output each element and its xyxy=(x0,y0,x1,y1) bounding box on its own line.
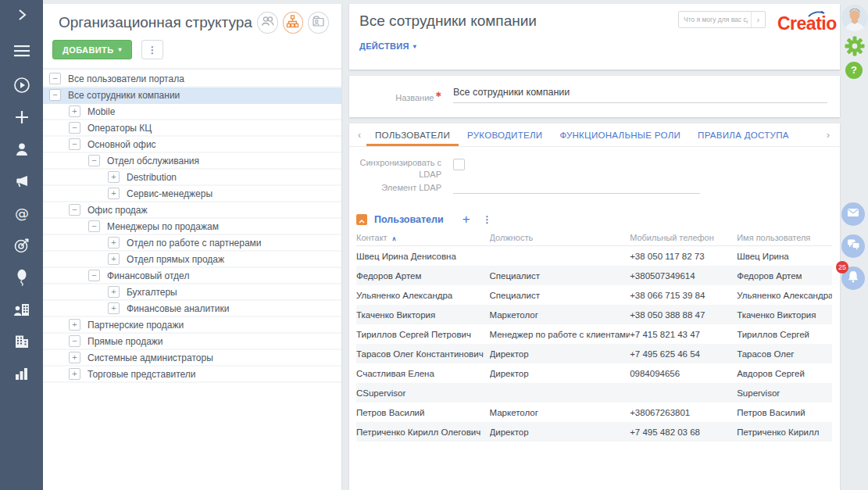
table-row[interactable]: Петриченко Кирилл ОлеговичДиректор+7 495… xyxy=(356,422,832,442)
settings-button[interactable] xyxy=(845,36,865,59)
tree-item[interactable]: +Destribution xyxy=(43,170,341,186)
collapse-toggle-icon[interactable]: − xyxy=(69,335,80,347)
tabs-scroll-right-button[interactable]: › xyxy=(821,123,835,146)
table-cell: Федоров Артем xyxy=(356,271,490,281)
sidebar-item-contacts[interactable] xyxy=(0,139,43,161)
envelope-icon xyxy=(847,206,859,222)
tree-item[interactable]: −Операторы КЦ xyxy=(43,120,341,137)
sidebar-item-events[interactable] xyxy=(0,267,43,289)
expand-toggle-icon[interactable]: + xyxy=(108,171,120,183)
column-header[interactable]: Мобильный телефон xyxy=(630,233,737,245)
user-avatar[interactable] xyxy=(841,5,868,31)
column-header[interactable]: Должность xyxy=(490,233,630,245)
table-row[interactable]: Швец Ирина Денисовна+38 050 117 82 73Шве… xyxy=(356,246,832,266)
ldap-element-input[interactable] xyxy=(453,181,700,194)
tree-item[interactable]: −Офис продаж xyxy=(43,202,341,219)
table-row[interactable]: Тириллов Сергей ПетровичМенеджер по рабо… xyxy=(356,324,832,344)
tree-item[interactable]: −Финансовый отдел xyxy=(43,268,341,284)
at-sign-icon: @ xyxy=(13,205,30,224)
expand-toggle-icon[interactable]: + xyxy=(69,106,80,117)
tree-item[interactable]: +Сервис-менеджеры xyxy=(43,186,341,202)
tree-item[interactable]: −Основной офис xyxy=(43,137,341,153)
table-row[interactable]: Петров ВасилийМаркетолог+38067263801Петр… xyxy=(356,402,832,422)
collapse-detail-button[interactable] xyxy=(356,214,367,225)
column-header[interactable]: Имя пользователя xyxy=(737,233,832,245)
table-cell: +7 495 482 03 68 xyxy=(630,427,737,437)
expand-toggle-icon[interactable]: + xyxy=(69,319,80,331)
collapse-toggle-icon[interactable]: − xyxy=(88,155,100,166)
ldap-sync-checkbox[interactable] xyxy=(453,159,465,170)
table-row[interactable]: Федоров АртемСпециалист+380507349614Федо… xyxy=(356,266,832,285)
tree-item[interactable]: +Торговые представители xyxy=(43,367,341,383)
bar-chart-icon xyxy=(14,367,30,383)
functional-roles-view-button[interactable] xyxy=(308,12,329,34)
name-field-value[interactable]: Все сотрудники компании xyxy=(453,87,827,103)
expand-toggle-icon[interactable]: + xyxy=(69,352,80,363)
sidebar-item-add[interactable] xyxy=(0,107,43,129)
tree-item[interactable]: +Системные администраторы xyxy=(43,350,341,367)
tree-item[interactable]: −Менеджеры по продажам xyxy=(43,219,341,235)
collapse-toggle-icon[interactable]: − xyxy=(49,89,61,101)
column-header[interactable]: Контакт∧ xyxy=(356,233,490,245)
help-button[interactable]: ? xyxy=(845,62,863,79)
tree-item[interactable]: −Отдел обслуживания xyxy=(43,153,341,170)
table-row[interactable]: Счастливая ЕленаДиректор0984094656Авдоро… xyxy=(356,363,832,383)
tree-item[interactable]: +Финансовые аналитики xyxy=(43,301,341,317)
tab[interactable]: ФУНКЦИОНАЛЬНЫЕ РОЛИ xyxy=(551,123,689,146)
email-panel-button[interactable] xyxy=(841,202,865,226)
grid-body: Швец Ирина Денисовна+38 050 117 82 73Шве… xyxy=(356,246,832,442)
search-input[interactable] xyxy=(679,12,751,27)
search-submit-button[interactable]: › xyxy=(751,12,765,27)
tree-item[interactable]: +Mobile xyxy=(43,104,341,120)
tab[interactable]: ПОЛЬЗОВАТЕЛИ xyxy=(366,123,459,146)
detail-title: Пользователи xyxy=(374,214,444,225)
sidebar-item-employees[interactable] xyxy=(0,299,43,321)
expand-toggle-icon[interactable]: + xyxy=(108,286,120,298)
actions-button[interactable]: ДЕЙСТВИЯ▾ xyxy=(359,41,416,51)
table-cell: +38 050 388 88 47 xyxy=(630,310,737,320)
table-row[interactable]: Ульяненко АлександраСпециалист+38 066 71… xyxy=(356,285,832,305)
expand-toggle-icon[interactable]: + xyxy=(108,188,120,199)
sidebar-item-dashboards[interactable] xyxy=(0,363,43,385)
expand-toggle-icon[interactable]: + xyxy=(69,368,80,380)
chat-panel-button[interactable] xyxy=(841,234,865,258)
tree-item-label: Отдел обслуживания xyxy=(107,156,199,166)
collapse-toggle-icon[interactable]: − xyxy=(69,138,80,150)
tree-item[interactable]: −Прямые продажи xyxy=(43,334,341,350)
collapse-toggle-icon[interactable]: − xyxy=(49,73,61,84)
collapse-toggle-icon[interactable]: − xyxy=(88,220,100,232)
collapse-toggle-icon[interactable]: − xyxy=(69,204,80,216)
table-row[interactable]: Ткаченко ВикторияМаркетолог+38 050 388 8… xyxy=(356,305,832,324)
expand-toggle-icon[interactable]: + xyxy=(108,237,120,249)
collapse-toggle-icon[interactable]: − xyxy=(69,122,80,134)
tabs-scroll-left-button[interactable]: ‹ xyxy=(352,123,366,146)
add-user-button[interactable]: + xyxy=(463,214,470,225)
sidebar-item-marketing[interactable] xyxy=(0,171,43,193)
users-view-button[interactable] xyxy=(257,12,278,34)
main-menu-button[interactable] xyxy=(0,41,43,63)
table-row[interactable]: CSupervisorSupervisor xyxy=(356,383,832,402)
sidebar-item-goals[interactable] xyxy=(0,235,43,257)
sidebar-item-companies[interactable] xyxy=(0,331,43,353)
sidebar-item-email[interactable]: @ xyxy=(0,203,43,225)
table-row[interactable]: Тарасов Олег КонстантиновичДиректор+7 49… xyxy=(356,344,832,363)
expand-sidebar-button[interactable] xyxy=(0,5,43,27)
org-structure-view-button[interactable] xyxy=(283,12,304,34)
expand-toggle-icon[interactable]: + xyxy=(108,302,120,314)
tree-options-button[interactable]: ⋮ xyxy=(141,40,163,59)
tab[interactable]: ПРАВИЛА ДОСТУПА xyxy=(689,123,798,146)
collapse-toggle-icon[interactable]: − xyxy=(88,270,100,281)
add-button[interactable]: ДОБАВИТЬ▾ xyxy=(52,40,132,59)
people-icon xyxy=(261,15,274,30)
sidebar-item-run-process[interactable] xyxy=(0,75,43,97)
expand-toggle-icon[interactable]: + xyxy=(108,253,120,265)
tree-item[interactable]: +Отдел прямых продаж xyxy=(43,252,341,268)
detail-options-button[interactable]: ⋮ xyxy=(483,214,492,225)
table-cell: Швец Ирина xyxy=(737,252,832,261)
tree-item[interactable]: +Бухгалтеры xyxy=(43,284,341,301)
tree-item[interactable]: +Партнерские продажи xyxy=(43,317,341,334)
tree-item[interactable]: −Все сотрудники компании xyxy=(43,88,341,104)
tree-item[interactable]: −Все пользователи портала xyxy=(43,71,341,88)
tree-item[interactable]: +Отдел по работе с партнерами xyxy=(43,235,341,252)
tab[interactable]: РУКОВОДИТЕЛИ xyxy=(459,123,551,146)
